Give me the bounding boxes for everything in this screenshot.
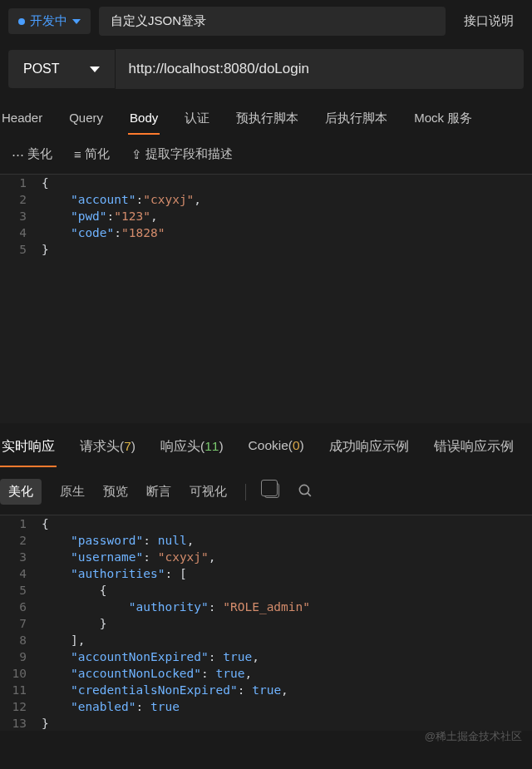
status-badge[interactable]: 开发中 [8,8,91,34]
request-tab-header[interactable]: Header [0,102,44,135]
topbar: 开发中 接口说明 [0,0,532,42]
code-line: 11 "credentialsNonExpired": true, [0,682,532,698]
api-title-input[interactable] [99,7,446,36]
response-toolbar: 美化 原生 预览 断言 可视化 [0,467,532,515]
response-tab[interactable]: 成功响应示例 [328,428,411,467]
search-icon [298,483,313,499]
line-number: 3 [0,208,42,224]
line-number: 5 [0,582,42,599]
code-line: 7 } [0,615,532,632]
code-line: 10 "accountNonLocked": true, [0,665,532,682]
code-line: 2 "password": null, [0,532,532,549]
status-label: 开发中 [30,13,67,29]
chevron-down-icon [90,67,100,72]
response-tab[interactable]: 响应头(11) [159,428,225,467]
resp-visualize-button[interactable]: 可视化 [190,484,227,500]
search-button[interactable] [298,483,313,501]
response-tab[interactable]: Cookie(0) [247,428,306,467]
svg-point-0 [299,485,308,494]
code-line: 1{ [0,175,532,191]
request-tabs: HeaderQueryBody认证预执行脚本后执行脚本Mock 服务 [0,102,532,135]
code-line: 2 "account":"cxyxj", [0,191,532,208]
code-line: 3 "username": "cxyxj", [0,549,532,565]
method-label: POST [23,62,60,76]
resp-preview-button[interactable]: 预览 [103,484,128,500]
code-content: "code":"1828" [42,224,165,241]
beautify-label: 美化 [27,146,52,162]
simplify-button[interactable]: ≡ 简化 [74,146,110,162]
line-number: 3 [0,549,42,565]
code-line: 8 ], [0,632,532,648]
request-tab-query[interactable]: Query [67,102,105,135]
line-number: 4 [0,565,42,582]
line-number: 5 [0,241,42,258]
code-line: 3 "pwd":"123", [0,208,532,224]
list-icon: ≡ [74,147,81,161]
line-number: 2 [0,532,42,549]
response-body-editor[interactable]: 1{2 "password": null,3 "username": "cxyx… [0,515,532,731]
code-content: { [42,175,49,191]
line-number: 6 [0,599,42,615]
request-tab-后执行脚本[interactable]: 后执行脚本 [323,102,389,135]
code-line: 12 "enabled": true [0,698,532,715]
line-number: 11 [0,682,42,698]
copy-button[interactable] [264,483,279,500]
code-line: 6 "authority": "ROLE_admin" [0,599,532,615]
code-content: "credentialsNonExpired": true, [42,682,288,698]
simplify-label: 简化 [85,146,110,162]
status-dot-icon [18,18,25,25]
upload-icon: ⇪ [131,147,142,162]
response-tab[interactable]: 实时响应 [0,428,57,467]
code-content: { [42,582,107,599]
extract-button[interactable]: ⇪ 提取字段和描述 [131,146,233,162]
code-line: 5} [0,241,532,258]
line-number: 13 [0,715,42,732]
code-content: "pwd":"123", [42,208,158,224]
line-number: 10 [0,665,42,682]
url-row: POST [0,42,532,102]
code-content: } [42,715,49,732]
code-content: { [42,515,49,532]
svg-line-1 [308,492,311,495]
code-content: "username": "cxyxj", [42,549,216,565]
resp-assertion-button[interactable]: 断言 [146,484,171,500]
request-tab-mock 服务[interactable]: Mock 服务 [412,102,474,135]
line-number: 1 [0,175,42,191]
beautify-button[interactable]: ⋯ 美化 [12,146,52,162]
resp-beautify-button[interactable]: 美化 [0,479,42,505]
line-number: 9 [0,648,42,665]
resp-raw-button[interactable]: 原生 [60,484,85,500]
request-body-editor[interactable]: 1{2 "account":"cxyxj",3 "pwd":"123",4 "c… [0,174,532,423]
line-number: 7 [0,615,42,632]
code-content: "authorities": [ [42,565,187,582]
code-content: "accountNonLocked": true, [42,665,252,682]
code-line: 5 { [0,582,532,599]
divider [245,484,246,500]
extract-label: 提取字段和描述 [145,146,233,162]
code-content: ], [42,632,85,648]
url-input[interactable] [115,49,524,89]
line-number: 8 [0,632,42,648]
api-doc-link[interactable]: 接口说明 [454,7,524,36]
code-content: "password": null, [42,532,194,549]
copy-icon [264,483,279,498]
request-body-toolbar: ⋯ 美化 ≡ 简化 ⇪ 提取字段和描述 [0,135,532,174]
code-content: } [42,615,107,632]
line-number: 2 [0,191,42,208]
code-line: 9 "accountNonExpired": true, [0,648,532,665]
method-select[interactable]: POST [8,50,115,88]
code-content: "account":"cxyxj", [42,191,201,208]
request-tab-body[interactable]: Body [128,102,160,135]
line-number: 12 [0,698,42,715]
request-tab-预执行脚本[interactable]: 预执行脚本 [234,102,300,135]
request-tab-认证[interactable]: 认证 [183,102,211,135]
code-line: 4 "authorities": [ [0,565,532,582]
response-tab[interactable]: 请求头(7) [78,428,137,467]
response-tab[interactable]: 错误响应示例 [432,428,515,467]
watermark: @稀土掘金技术社区 [425,729,522,744]
line-number: 1 [0,515,42,532]
code-line: 1{ [0,515,532,532]
code-line: 4 "code":"1828" [0,224,532,241]
code-content: } [42,241,49,258]
code-content: "authority": "ROLE_admin" [42,599,310,615]
